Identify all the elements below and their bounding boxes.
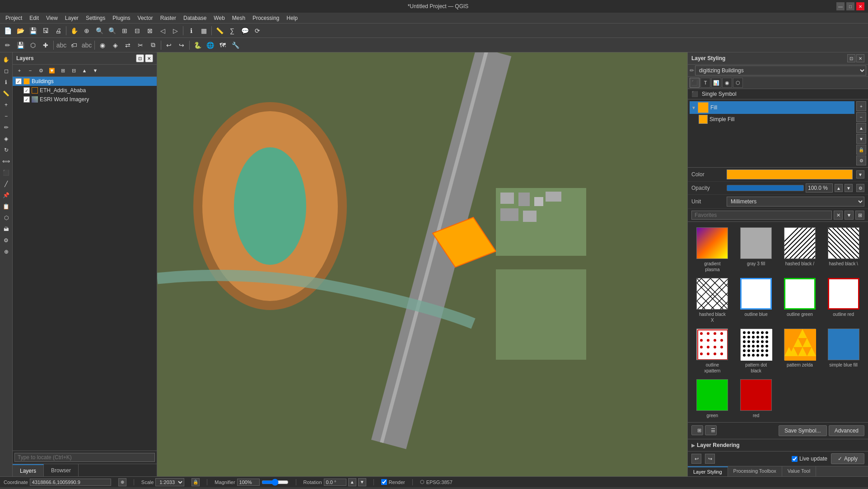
layer-item-esri[interactable]: ✓ ESRI World Imagery (13, 95, 157, 104)
advanced-button[interactable]: Advanced (829, 425, 864, 436)
save-symbol-button[interactable]: Save Symbol... (779, 425, 827, 436)
symbol-cell-red-fill[interactable]: red (735, 377, 777, 420)
3d-type-button[interactable]: ⬡ (733, 78, 743, 88)
vertex-button[interactable]: ◈ (109, 39, 121, 51)
rotation-decrement-button[interactable]: ▼ (358, 478, 366, 486)
collapse-all-button[interactable]: ⊟ (69, 66, 79, 75)
save-as-button[interactable]: 🖫 (40, 25, 51, 37)
left-form-button[interactable]: 📋 (1, 201, 12, 212)
pan-button[interactable]: ✋ (68, 25, 80, 37)
plugin3-button[interactable]: 🔧 (229, 39, 241, 51)
up-button[interactable]: ▲ (79, 66, 89, 75)
edit-toggle-button[interactable]: ✏ (2, 39, 14, 51)
layer-item-eth[interactable]: ✓ ETH_Addis_Ababa (13, 86, 157, 95)
scale-lock-button[interactable]: 🔒 (191, 478, 200, 486)
symbol-cell-pattern-zelda[interactable]: pattern zelda (779, 327, 821, 376)
new-project-button[interactable]: 📄 (2, 25, 14, 37)
maximize-button[interactable]: □ (846, 2, 854, 10)
coordinate-input[interactable] (30, 479, 111, 486)
left-identify-button[interactable]: ℹ (1, 77, 12, 88)
menu-layer[interactable]: Layer (61, 14, 82, 22)
menu-mesh[interactable]: Mesh (229, 14, 249, 22)
magnifier-slider[interactable] (261, 479, 289, 486)
left-terrain-button[interactable]: 🏔 (1, 224, 12, 235)
rotation-increment-button[interactable]: ▲ (348, 478, 356, 486)
symbol-cell-outline-xpattern[interactable]: outlinexpattern (691, 327, 733, 376)
merge-button[interactable]: ⧉ (147, 39, 159, 51)
live-update-checkbox[interactable] (792, 456, 798, 462)
locate-input[interactable] (14, 453, 155, 462)
redo-style-button[interactable]: ↪ (705, 454, 715, 464)
magnifier-input[interactable] (237, 479, 260, 486)
apply-button[interactable]: ✓ Apply (831, 453, 864, 464)
add-layer-button[interactable]: + (14, 66, 24, 75)
menu-raster[interactable]: Raster (157, 14, 180, 22)
symbol-cell-gray3fill[interactable]: gray 3 fill (735, 226, 777, 274)
layer-select-dropdown[interactable]: digitizing Buildings (695, 66, 866, 75)
coordinate-toggle-button[interactable]: ⊕ (118, 478, 126, 486)
color-picker-bar[interactable] (727, 169, 853, 179)
close-button[interactable]: ✕ (856, 2, 864, 10)
panel-tab-processing-toolbox[interactable]: Processing Toolbox (728, 466, 782, 476)
left-digitize-button[interactable]: ✏ (1, 122, 12, 133)
menu-processing[interactable]: Processing (249, 14, 283, 22)
remove-symbol-layer-button[interactable]: − (856, 112, 866, 122)
zoom-next-button[interactable]: ▷ (169, 25, 181, 37)
undo-button[interactable]: ↩ (163, 39, 175, 51)
layer-checkbox-buildings[interactable]: ✓ (15, 78, 22, 85)
left-line-button[interactable]: ╱ (1, 179, 12, 189)
left-scale-button[interactable]: ⟺ (1, 156, 12, 167)
left-pan-button[interactable]: ✋ (1, 54, 12, 65)
favorites-clear-button[interactable]: ✕ (834, 211, 843, 220)
zoom-selection-button[interactable]: ⊠ (144, 25, 156, 37)
fill-tree-row[interactable]: ▼ Fill (690, 101, 854, 114)
down-button[interactable]: ▼ (90, 66, 100, 75)
left-rotate-button[interactable]: ↻ (1, 145, 12, 155)
expand-all-button[interactable]: ⊞ (58, 66, 68, 75)
identify-button[interactable]: ℹ (185, 25, 197, 37)
menu-web[interactable]: Web (210, 14, 228, 22)
opacity-value-input[interactable] (806, 183, 833, 193)
left-fill-button[interactable]: ⬛ (1, 167, 12, 178)
digitize-button[interactable]: ⬡ (27, 39, 39, 51)
add-feature-button[interactable]: ✚ (40, 39, 51, 51)
left-settings-button[interactable]: ⚙ (1, 235, 12, 246)
zoom-full-button[interactable]: ⊞ (119, 25, 131, 37)
undo-style-button[interactable]: ↩ (691, 454, 701, 464)
redo-button[interactable]: ↪ (176, 39, 187, 51)
favorites-layout-button[interactable]: ⊞ (855, 211, 864, 220)
left-node-button[interactable]: ◈ (1, 133, 12, 144)
left-zoom-out-button[interactable]: − (1, 111, 12, 122)
tab-layers[interactable]: Layers (13, 464, 44, 476)
menu-database[interactable]: Database (180, 14, 210, 22)
menu-settings[interactable]: Settings (82, 14, 109, 22)
left-measure-button[interactable]: 📏 (1, 88, 12, 99)
label-button[interactable]: 🏷 (68, 39, 80, 51)
plugin2-button[interactable]: 🗺 (217, 39, 229, 51)
symbol-settings-button[interactable]: ⚙ (856, 155, 866, 165)
unit-select[interactable]: Millimeters (727, 197, 864, 207)
tab-browser[interactable]: Browser (44, 464, 79, 476)
menu-vector[interactable]: Vector (134, 14, 157, 22)
symbol-cell-outline-blue[interactable]: outline blue (735, 276, 777, 325)
layer-rendering-header[interactable]: ▶ Layer Rendering (691, 442, 864, 448)
zoom-back-button[interactable]: ◁ (157, 25, 168, 37)
favorites-search-input[interactable] (691, 211, 832, 220)
snap-button[interactable]: ◉ (97, 39, 108, 51)
left-zoom-in-button[interactable]: + (1, 99, 12, 110)
map-area[interactable] (157, 52, 687, 476)
left-3d-button[interactable]: ⬡ (1, 212, 12, 223)
zoom-layer-button[interactable]: ⊟ (131, 25, 143, 37)
opacity-options-button[interactable]: ⚙ (856, 184, 864, 192)
print-button[interactable]: 🖨 (52, 25, 64, 37)
favorites-menu-button[interactable]: ▼ (845, 211, 854, 220)
layer-properties-button[interactable]: ⚙ (36, 66, 46, 75)
label-type-button[interactable]: T (700, 78, 710, 88)
layer-checkbox-esri[interactable]: ✓ (23, 96, 30, 103)
render-checkbox[interactable] (381, 479, 387, 485)
select-button[interactable]: ▦ (198, 25, 210, 37)
menu-edit[interactable]: Edit (26, 14, 42, 22)
left-extra-button[interactable]: ⊕ (1, 246, 12, 257)
refresh-button[interactable]: ⟳ (252, 25, 263, 37)
abc-button[interactable]: abc (56, 39, 67, 51)
